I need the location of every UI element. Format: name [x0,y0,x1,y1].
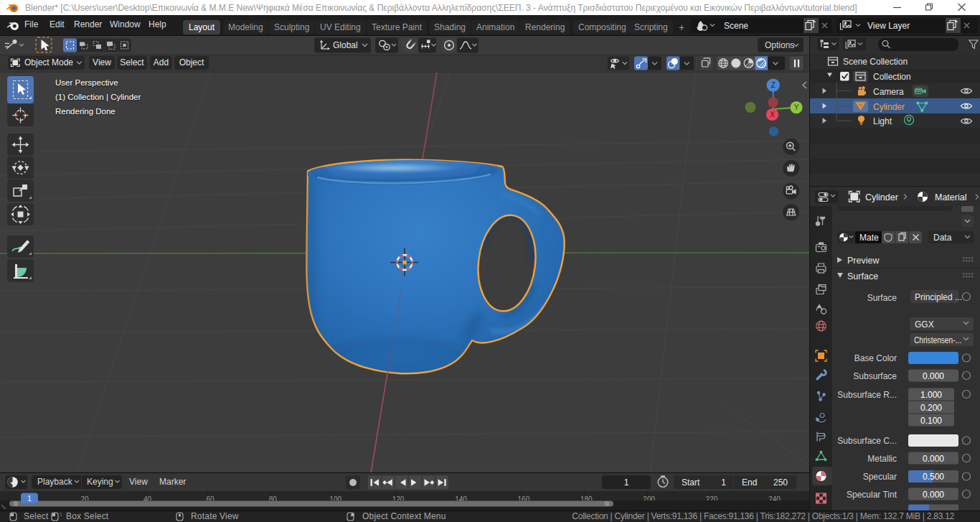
svg-text:Y: Y [794,103,799,111]
svg-text:0.000: 0.000 [923,371,944,381]
svg-text:Cylinder: Cylinder [873,102,905,112]
svg-text:Subsurface C...: Subsurface C... [837,436,897,446]
svg-text:1: 1 [624,477,629,488]
svg-text:Mate: Mate [859,233,879,243]
svg-text:1: 1 [721,477,726,488]
svg-text:Start: Start [682,477,700,488]
svg-text:Collection: Collection [873,72,911,82]
svg-text:Light: Light [873,116,892,126]
svg-text:Base Color: Base Color [854,353,897,363]
svg-text:1: 1 [27,495,32,503]
svg-text:0.000: 0.000 [923,454,944,464]
svg-text:X: X [770,111,775,118]
svg-text:Principled ...: Principled ... [915,292,962,302]
svg-text:GGX: GGX [915,320,934,330]
svg-text:End: End [742,477,757,488]
svg-text:Data: Data [933,233,952,243]
svg-text:Surface: Surface [867,293,897,303]
svg-text:Subsurface: Subsurface [853,371,897,381]
svg-text:Z: Z [771,81,776,89]
svg-text:Global: Global [333,40,358,50]
svg-text:Surface: Surface [847,271,878,281]
svg-text:0.500: 0.500 [923,472,944,482]
svg-text:0.000: 0.000 [923,490,944,500]
svg-text:Options: Options [765,40,794,50]
svg-text:Specular: Specular [863,472,897,482]
svg-text:Subsurface R...: Subsurface R... [837,390,897,400]
svg-text:Cylinder: Cylinder [865,192,898,202]
svg-text:Preview: Preview [847,256,880,266]
svg-text:Camera: Camera [873,87,904,97]
svg-text:View Layer: View Layer [867,21,910,31]
svg-text:0.100: 0.100 [920,416,942,426]
svg-text:Specular Tint: Specular Tint [847,490,897,500]
svg-text:250: 250 [773,477,788,488]
svg-text:1.000: 1.000 [920,390,942,400]
svg-text:Scene Collection: Scene Collection [843,57,908,67]
svg-text:Christensen-...: Christensen-... [914,335,961,345]
svg-text:0.200: 0.200 [920,403,942,413]
svg-text:Scene: Scene [724,21,748,31]
svg-text:Metallic: Metallic [867,454,897,464]
svg-text:Material: Material [935,192,966,202]
